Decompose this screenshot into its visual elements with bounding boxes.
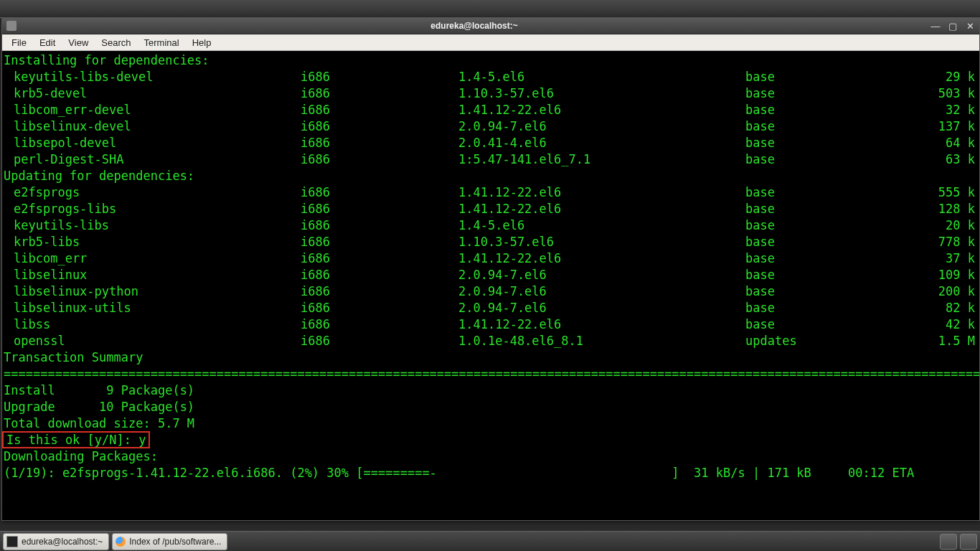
pkg-version: 1.41.12-22.el6: [458, 250, 745, 267]
pkg-name: libselinux-utils: [4, 300, 301, 316]
pkg-name: e2fsprogs: [4, 184, 301, 201]
pkg-name: krb5-libs: [4, 234, 301, 250]
package-row: libssi6861.41.12-22.el6base42 k: [4, 316, 978, 333]
pkg-repo: updates: [745, 333, 910, 349]
pkg-name: libselinux-devel: [4, 118, 301, 135]
menu-help[interactable]: Help: [186, 36, 218, 50]
pkg-version: 1.41.12-22.el6: [458, 201, 745, 217]
pkg-name: openssl: [4, 333, 301, 349]
package-row: libsepol-develi6862.0.41-4.el6base64 k: [4, 135, 978, 151]
summary-upgrade: Upgrade 10 Package(s): [4, 399, 978, 415]
task-label: Index of /pub/software...: [129, 537, 221, 547]
downloading-packages: Downloading Packages:: [4, 448, 978, 465]
terminal-icon: [6, 536, 18, 547]
package-row: keyutils-libsi6861.4-5.el6base20 k: [4, 217, 978, 234]
pkg-repo: base: [745, 316, 910, 333]
download-progress: (1/19): e2fsprogs-1.41.12-22.el6.i686. (…: [4, 465, 978, 481]
pkg-arch: i686: [301, 333, 458, 349]
pkg-repo: base: [745, 118, 910, 135]
confirm-highlight: Is this ok [y/N]: y: [2, 431, 150, 448]
pkg-arch: i686: [301, 102, 458, 118]
tray-button[interactable]: [960, 534, 977, 550]
close-button[interactable]: ✕: [962, 20, 978, 32]
pkg-arch: i686: [301, 85, 458, 102]
summary-rule: ========================================…: [4, 366, 978, 382]
pkg-version: 1:5.47-141.el6_7.1: [458, 151, 745, 168]
pkg-repo: base: [745, 300, 910, 316]
menu-terminal[interactable]: Terminal: [138, 36, 186, 50]
taskbar: edureka@localhost:~ Index of /pub/softwa…: [0, 531, 980, 551]
section-install-header: Installing for dependencies:: [4, 52, 978, 69]
pkg-name: krb5-devel: [4, 85, 301, 102]
package-row: libcom_erri6861.41.12-22.el6base37 k: [4, 250, 978, 267]
pkg-version: 1.4-5.el6: [458, 69, 745, 85]
menu-search[interactable]: Search: [95, 36, 137, 50]
terminal-menubar: File Edit View Search Terminal Help: [2, 34, 979, 51]
package-row: libselinux-develi6862.0.94-7.el6base137 …: [4, 118, 978, 135]
pkg-arch: i686: [301, 300, 458, 316]
pkg-version: 1.10.3-57.el6: [458, 85, 745, 102]
pkg-arch: i686: [301, 316, 458, 333]
package-row: libcom_err-develi6861.41.12-22.el6base32…: [4, 102, 978, 118]
pkg-size: 128 k: [910, 201, 975, 217]
pkg-repo: base: [745, 135, 910, 151]
pkg-size: 20 k: [910, 217, 975, 234]
pkg-name: keyutils-libs-devel: [4, 69, 301, 85]
section-update-header: Updating for dependencies:: [4, 168, 978, 184]
pkg-version: 1.41.12-22.el6: [458, 316, 745, 333]
pkg-size: 37 k: [910, 250, 975, 267]
system-tray: [940, 534, 977, 550]
pkg-size: 555 k: [910, 184, 975, 201]
package-row: e2fsprogsi6861.41.12-22.el6base555 k: [4, 184, 978, 201]
firefox-icon: [116, 537, 126, 547]
package-row: krb5-develi6861.10.3-57.el6base503 k: [4, 85, 978, 102]
pkg-name: libselinux-python: [4, 283, 301, 300]
package-row: libselinux-pythoni6862.0.94-7.el6base200…: [4, 283, 978, 300]
window-sys-icon[interactable]: [6, 21, 17, 31]
transaction-summary-header: Transaction Summary: [4, 349, 978, 366]
pkg-name: libcom_err-devel: [4, 102, 301, 118]
pkg-arch: i686: [301, 201, 458, 217]
pkg-size: 109 k: [910, 267, 975, 283]
window-title: edureka@localhost:~: [21, 21, 928, 31]
pkg-version: 2.0.94-7.el6: [458, 267, 745, 283]
pkg-name: keyutils-libs: [4, 217, 301, 234]
pkg-size: 503 k: [910, 85, 975, 102]
terminal-window: edureka@localhost:~ — ▢ ✕ File Edit View…: [1, 17, 980, 521]
window-titlebar[interactable]: edureka@localhost:~ — ▢ ✕: [2, 18, 979, 34]
package-row: e2fsprogs-libsi6861.41.12-22.el6base128 …: [4, 201, 978, 217]
pkg-arch: i686: [301, 118, 458, 135]
pkg-arch: i686: [301, 217, 458, 234]
package-row: krb5-libsi6861.10.3-57.el6base778 k: [4, 234, 978, 250]
pkg-repo: base: [745, 184, 910, 201]
tray-button[interactable]: [940, 534, 957, 550]
pkg-size: 200 k: [910, 283, 975, 300]
pkg-repo: base: [745, 69, 910, 85]
minimize-button[interactable]: —: [928, 20, 943, 32]
pkg-version: 2.0.94-7.el6: [458, 283, 745, 300]
package-row: keyutils-libs-develi6861.4-5.el6base29 k: [4, 69, 978, 85]
menu-edit[interactable]: Edit: [33, 36, 62, 50]
taskbar-entry-terminal[interactable]: edureka@localhost:~: [3, 533, 109, 550]
pkg-repo: base: [745, 250, 910, 267]
menu-view[interactable]: View: [62, 36, 95, 50]
pkg-version: 2.0.94-7.el6: [458, 118, 745, 135]
pkg-version: 1.41.12-22.el6: [458, 184, 745, 201]
pkg-repo: base: [745, 267, 910, 283]
pkg-arch: i686: [301, 234, 458, 250]
pkg-repo: base: [745, 234, 910, 250]
pkg-size: 137 k: [910, 118, 975, 135]
pkg-name: libss: [4, 316, 301, 333]
pkg-arch: i686: [301, 283, 458, 300]
taskbar-entry-firefox[interactable]: Index of /pub/software...: [112, 533, 227, 550]
package-row: openssli6861.0.1e-48.el6_8.1updates1.5 M: [4, 333, 978, 349]
pkg-arch: i686: [301, 151, 458, 168]
summary-install: Install 9 Package(s): [4, 382, 978, 399]
pkg-version: 1.0.1e-48.el6_8.1: [458, 333, 745, 349]
task-label: edureka@localhost:~: [22, 537, 103, 547]
pkg-arch: i686: [301, 69, 458, 85]
terminal-output[interactable]: Installing for dependencies:keyutils-lib…: [2, 51, 979, 481]
pkg-name: libsepol-devel: [4, 135, 301, 151]
maximize-button[interactable]: ▢: [945, 20, 961, 32]
menu-file[interactable]: File: [5, 36, 33, 50]
